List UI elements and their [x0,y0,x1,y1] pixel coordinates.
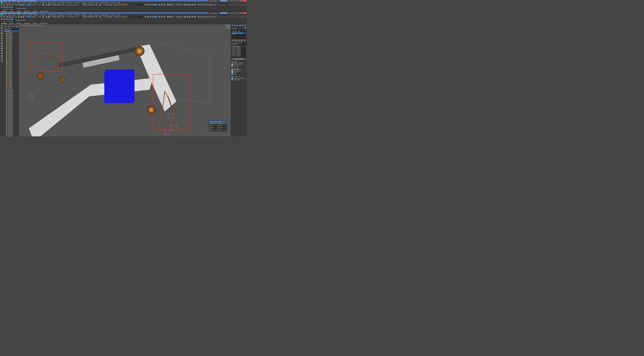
off-y-spinner[interactable] [219,126,226,128]
tree-item[interactable]: Point020 [4,63,18,64]
se-tool-3[interactable]: ⊕ [11,26,15,27]
search-input[interactable] [128,4,144,6]
tree-item[interactable]: Object046 [4,90,18,91]
select-icon[interactable]: ▭ [15,4,17,6]
se-tool-1[interactable]: ☰ [4,26,8,27]
snapshot-icon[interactable]: 📷 [116,4,118,6]
tree-item[interactable]: Point009 [4,77,18,79]
tree-item[interactable]: Point032 [4,47,18,48]
corona-render-icon[interactable]: ◆ [158,4,160,6]
plugin-icon-4b[interactable]: ▦ [191,16,194,18]
menu-help-2[interactable]: Help [116,14,120,16]
tree-item[interactable]: Point015 [4,69,18,71]
spacing-tool-icon[interactable]: ↔ [118,4,121,6]
menu-file[interactable]: File [4,2,7,3]
menu-designtoolbox[interactable]: DesignToolBox [100,2,110,3]
percent-snap-icon-2[interactable]: % [56,16,59,18]
plugin-icon-2b[interactable]: ▦ [186,16,188,18]
se-menu-customize[interactable]: Customize [13,24,19,26]
tree-item[interactable]: Point028 [4,52,18,53]
select-region-icon[interactable]: ▣ [20,4,22,6]
menu-tools[interactable]: Tools [12,2,16,3]
curve-editor-icon-2[interactable]: 〰 [93,16,95,18]
tree-item[interactable]: Point030 [4,49,18,51]
edit-named-sel-icon[interactable]: ✎ [62,4,65,6]
tree-item[interactable]: Object022 [4,122,18,123]
bind-spacewarp-icon[interactable]: ∿ [12,4,14,6]
tree-item[interactable]: Point011 [4,75,18,76]
helper-size-spinner[interactable] [238,75,245,77]
knot-row[interactable]: Knot# 7 Point035 [232,55,246,57]
tree-item[interactable]: Object032 [4,108,18,110]
tree-item[interactable]: Object037 [4,102,18,103]
rib-cmd-1b[interactable]: ▢ [1,18,3,21]
menu-corona[interactable]: Corona [110,2,116,3]
tree-item[interactable]: Object026 [4,116,18,118]
app-logo-icon[interactable] [1,2,3,3]
material-editor-icon[interactable]: ◐ [99,4,101,6]
stack-config-icon[interactable]: ☰ [243,39,246,42]
mirror-icon-2[interactable]: ⧎ [83,16,85,18]
select-manipulate-icon[interactable]: ✦ [45,4,48,6]
se-display-shapes-icon[interactable]: ◇ [0,30,3,32]
knot-row[interactable]: Knot# 3 Point031 [232,50,246,51]
render-setup-icon-2[interactable]: ⚙ [150,16,152,18]
tree-item[interactable]: Point031 [4,48,18,49]
plugin-icon-1b[interactable]: ▦ [184,16,186,18]
menu-file-2[interactable]: File [4,14,7,16]
tree-item[interactable]: Object018 [4,127,18,128]
rib-cmd-5[interactable]: ▢ [11,6,13,9]
tab-designtoolbox-2[interactable]: DesignToolBox [38,23,49,24]
tree-item[interactable]: Object035 [4,104,18,106]
se-filter-1-icon[interactable]: ▼ [0,55,3,57]
tree-item[interactable]: Object027 [4,115,18,116]
selected-object-dropdown-2[interactable]: 1: Spline IK Control [1,21,15,23]
align-icon-2[interactable]: ≡ [85,16,88,18]
tree-item[interactable]: Object042 [4,95,18,96]
use-pivot-icon[interactable]: ◉ [42,4,44,6]
corona-render-icon-2[interactable]: ◆ [158,16,160,18]
rollout-parameters[interactable]: — Spline IK Control Parameters [231,42,246,45]
x-constraint-icon[interactable]: X [102,4,104,6]
rib-cmd-1[interactable]: ▢ [1,6,3,9]
cmd-tab-utilities-icon[interactable]: 🔧 [244,24,246,26]
menu-rendering[interactable]: Rendering [57,2,65,3]
tree-item[interactable]: Object016 [4,130,18,131]
tree-item[interactable]: Object041 [4,96,18,98]
select-icon-2[interactable]: ▭ [15,16,17,18]
helper-opt-center[interactable]: Center Marker [232,69,246,71]
menu-animation-2[interactable]: Animation [40,14,47,16]
se-filter-3-icon[interactable]: ▼ [0,60,3,62]
angle-snap-icon-2[interactable]: ∠ [54,16,56,18]
close-button-2[interactable]: ✕ [242,12,246,14]
tree-item[interactable]: Object045 [4,91,18,92]
tab-populate[interactable]: Populate [32,11,38,12]
tree-item[interactable]: Point040 [4,36,18,37]
cmd-tab-hierarchy-icon[interactable]: ⊡ [236,24,239,26]
menu-scripting[interactable]: Scripting [81,2,87,3]
undo-icon[interactable]: ↶ [0,4,3,6]
tree-item[interactable]: Object014 [4,132,18,134]
selected-object-dropdown[interactable]: 1: Spline IK Control [1,9,15,11]
tree-item[interactable]: Point016 [4,68,18,69]
menu-civil-view[interactable]: Civil View [65,2,72,3]
tree-item[interactable]: Point003 [4,85,18,87]
menu-animation[interactable]: Animation [40,2,47,3]
tab-object-paint[interactable]: Object Paint [23,11,31,12]
tree-item[interactable]: Object020 [4,124,18,126]
tree-item[interactable]: Point018 [4,65,18,67]
tree-item[interactable]: Point027 [4,53,18,55]
y-constraint-icon[interactable]: Y [104,4,105,6]
off-x-spinner[interactable] [220,124,226,126]
stack-show-icon[interactable]: 👁 [234,39,237,42]
snap-toggle-icon-2[interactable]: 3 [51,16,54,18]
tree-item[interactable]: Object040 [4,98,18,99]
rendered-frame-icon[interactable]: 🖼 [152,4,154,6]
tab-selection-2[interactable]: Selection [15,23,22,24]
z-constraint-icon-2[interactable]: Z [105,16,106,18]
x-constraint-icon-2[interactable]: X [102,16,104,18]
helper-opt-box[interactable]: Box [232,74,246,75]
rib-cmd-5b[interactable]: ▢ [11,18,13,21]
tree-item[interactable]: Point038 [4,39,18,40]
helper-opt-cross[interactable]: Cross [232,72,246,74]
